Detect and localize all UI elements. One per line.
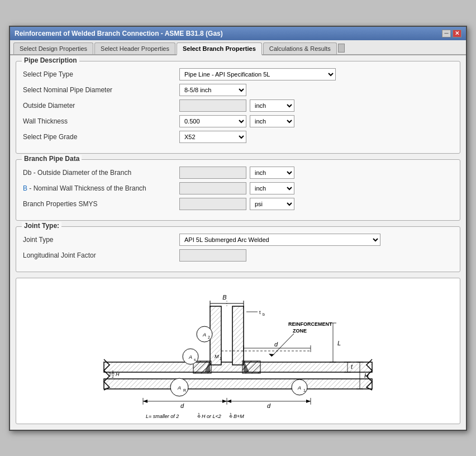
db-unit-select[interactable]: inch — [250, 167, 294, 179]
wall-thickness-controls: 0.500 inch — [179, 115, 453, 127]
svg-text:REINFORCEMENT: REINFORCEMENT — [288, 321, 332, 327]
svg-text:A: A — [297, 385, 301, 391]
svg-text:L: L — [337, 340, 341, 346]
outside-diameter-unit-select[interactable]: inch — [250, 99, 294, 112]
outside-diameter-row: Outside Diameter 8.625 inch — [23, 99, 453, 112]
svg-text:2: 2 — [112, 374, 114, 378]
wall-thickness-row: Wall Thickness 0.500 inch — [23, 115, 453, 127]
longitudinal-factor-input[interactable]: 1.0 — [179, 249, 246, 262]
svg-text:1: 1 — [198, 412, 200, 416]
longitudinal-factor-label: Longitudinal Joint Factor — [23, 251, 179, 259]
b-label: B - Nominal Wall Thickness of the Branch — [23, 184, 179, 192]
nominal-diameter-controls: 8-5/8 inch — [179, 84, 453, 96]
smys-label: Branch Properties SMYS — [23, 200, 179, 208]
svg-text:H or L<2: H or L<2 — [202, 414, 221, 418]
window-title: Reinforcement of Welded Branch Connectio… — [15, 30, 223, 37]
smys-input[interactable]: 52,000 — [179, 198, 246, 210]
pipe-grade-label: Select Pipe Grade — [23, 133, 179, 141]
svg-text:d: d — [180, 402, 184, 409]
tab-scroll-indicator[interactable] — [338, 44, 345, 53]
close-button[interactable]: ✕ — [453, 30, 461, 37]
svg-text:A: A — [177, 385, 181, 391]
wall-thickness-select[interactable]: 0.500 — [179, 115, 246, 127]
main-window: Reinforcement of Welded Branch Connectio… — [9, 26, 467, 431]
nominal-diameter-row: Select Nominal Pipe Diameter 8-5/8 inch — [23, 84, 453, 96]
smys-unit-select[interactable]: psi — [250, 198, 294, 210]
tab-calculations[interactable]: Calculations & Results — [263, 42, 337, 54]
outside-diameter-controls: 8.625 inch — [179, 99, 453, 112]
pipe-type-row: Select Pipe Type Pipe Line - API Specifi… — [23, 68, 453, 80]
outside-diameter-input[interactable]: 8.625 — [179, 99, 246, 112]
svg-text:t: t — [259, 310, 261, 315]
svg-text:B+M: B+M — [234, 414, 244, 418]
db-input[interactable]: 8.625 — [179, 167, 246, 179]
db-label: Db - Outside Diameter of the Branch — [23, 169, 179, 177]
svg-text:1: 1 — [112, 370, 114, 374]
svg-text:H: H — [116, 372, 120, 377]
svg-marker-71 — [306, 400, 311, 403]
svg-rect-4 — [104, 379, 372, 389]
joint-type-select[interactable]: API 5L Submerged Arc Welded — [179, 234, 380, 246]
svg-text:2: 2 — [230, 416, 232, 418]
reinforcement-diagram: B t b REINFORCEMENT ZONE L — [82, 284, 394, 418]
pipe-description-section: Pipe Description Select Pipe Type Pipe L… — [16, 61, 460, 154]
joint-type-section: Joint Type: Joint Type API 5L Submerged … — [16, 226, 460, 272]
smys-controls: 52,000 psi — [179, 198, 453, 210]
longitudinal-factor-controls: 1.0 — [179, 249, 453, 262]
tab-header-properties[interactable]: Select Header Properties — [94, 42, 175, 54]
branch-pipe-data-title: Branch Pipe Data — [22, 155, 82, 163]
minimize-button[interactable]: ─ — [442, 30, 451, 37]
b-row: B - Nominal Wall Thickness of the Branch… — [23, 182, 453, 194]
tab-design-properties[interactable]: Select Design Properties — [13, 42, 93, 54]
title-bar: Reinforcement of Welded Branch Connectio… — [10, 27, 466, 40]
b-unit-select[interactable]: inch — [250, 182, 294, 194]
main-content: Pipe Description Select Pipe Type Pipe L… — [10, 55, 466, 430]
smys-row: Branch Properties SMYS 52,000 psi — [23, 198, 453, 210]
svg-text:A: A — [202, 332, 206, 338]
diagram-section: B t b REINFORCEMENT ZONE L — [16, 278, 460, 424]
pipe-type-label: Select Pipe Type — [23, 70, 179, 78]
svg-text:B: B — [222, 294, 226, 301]
svg-text:d: d — [274, 341, 278, 348]
svg-text:L= smaller of 2: L= smaller of 2 — [146, 414, 179, 418]
joint-type-controls: API 5L Submerged Arc Welded — [179, 234, 453, 246]
branch-pipe-data-section: Branch Pipe Data Db - Outside Diameter o… — [16, 159, 460, 221]
tab-branch-properties[interactable]: Select Branch Properties — [177, 42, 262, 55]
svg-text:d: d — [267, 402, 271, 409]
joint-type-label: Joint Type — [23, 236, 179, 244]
svg-text:b: b — [263, 312, 265, 316]
svg-text:ZONE: ZONE — [293, 328, 307, 334]
svg-text:2: 2 — [208, 335, 210, 339]
svg-text:1: 1 — [230, 412, 232, 416]
joint-type-title: Joint Type: — [22, 222, 61, 230]
db-row: Db - Outside Diameter of the Branch 8.62… — [23, 167, 453, 179]
pipe-grade-row: Select Pipe Grade X52 — [23, 131, 453, 143]
b-input[interactable]: 0.5 — [179, 182, 246, 194]
window-controls: ─ ✕ — [442, 30, 461, 37]
svg-marker-65 — [143, 400, 147, 403]
wall-thickness-unit-select[interactable]: inch — [250, 115, 294, 127]
pipe-type-controls: Pipe Line - API Specification 5L — [179, 68, 453, 80]
pipe-description-title: Pipe Description — [22, 56, 79, 64]
svg-marker-66 — [222, 400, 227, 403]
pipe-grade-controls: X52 — [179, 131, 453, 143]
svg-text:A: A — [188, 354, 192, 360]
svg-text:2: 2 — [198, 416, 200, 418]
svg-text:1: 1 — [303, 388, 306, 392]
b-controls: 0.5 inch — [179, 182, 453, 194]
joint-type-row: Joint Type API 5L Submerged Arc Welded — [23, 234, 453, 246]
tab-bar: Select Design Properties Select Header P… — [10, 40, 466, 55]
wall-thickness-label: Wall Thickness — [23, 117, 179, 125]
outside-diameter-label: Outside Diameter — [23, 102, 179, 110]
longitudinal-factor-row: Longitudinal Joint Factor 1.0 — [23, 249, 453, 262]
svg-text:1: 1 — [220, 357, 222, 360]
nominal-diameter-select[interactable]: 8-5/8 inch — [179, 84, 246, 96]
nominal-diameter-label: Select Nominal Pipe Diameter — [23, 86, 179, 94]
svg-text:s: s — [194, 358, 196, 362]
svg-marker-70 — [227, 400, 231, 403]
svg-rect-8 — [232, 306, 244, 365]
svg-text:R: R — [183, 388, 186, 392]
svg-text:M: M — [215, 354, 219, 359]
pipe-type-select[interactable]: Pipe Line - API Specification 5L — [179, 68, 336, 80]
pipe-grade-select[interactable]: X52 — [179, 131, 246, 143]
